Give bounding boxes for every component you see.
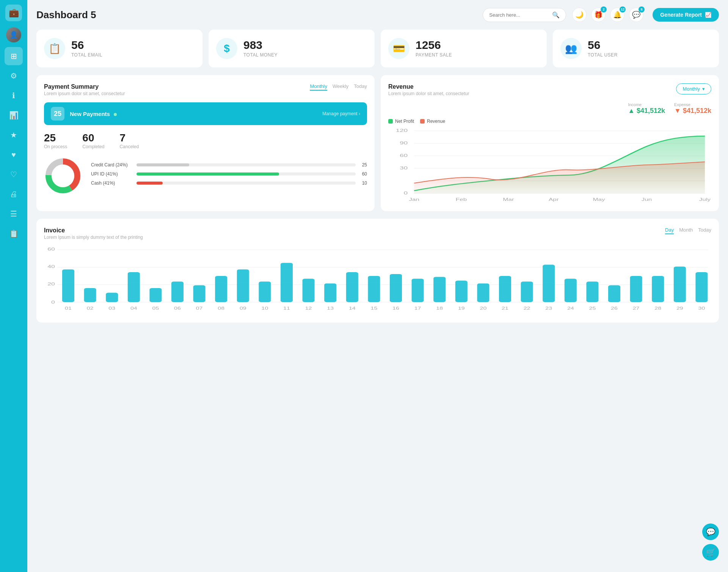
net-profit-label: Net Profit xyxy=(395,119,414,124)
chevron-down-icon: ▾ xyxy=(702,86,705,92)
user-icon: 👥 xyxy=(560,38,582,59)
svg-rect-41 xyxy=(193,285,206,302)
svg-text:15: 15 xyxy=(371,306,378,310)
svg-rect-83 xyxy=(652,276,664,302)
search-input[interactable] xyxy=(489,12,549,18)
sidebar-item-analytics[interactable]: 📊 xyxy=(5,106,23,124)
payment-tabs: Monthly Weekly Today xyxy=(310,83,367,91)
tab-day[interactable]: Day xyxy=(665,227,674,234)
svg-text:26: 26 xyxy=(611,306,618,310)
stat-on-process: 25 On process xyxy=(44,132,67,149)
sidebar-item-heart1[interactable]: ♥ xyxy=(5,146,23,164)
svg-text:16: 16 xyxy=(392,306,399,310)
status-dot xyxy=(114,113,117,116)
fab-chat-button[interactable]: 💬 xyxy=(702,523,719,540)
creditcard-count: 25 xyxy=(359,162,367,168)
chat-button[interactable]: 💬 5 xyxy=(629,8,643,22)
stat-card-payment: 💳 1256 PAYMENT SALE xyxy=(381,30,547,67)
svg-text:10: 10 xyxy=(262,306,268,310)
cash-count: 10 xyxy=(359,180,367,186)
svg-text:14: 14 xyxy=(349,306,356,310)
stat-completed: 60 Completed xyxy=(82,132,104,149)
sidebar-item-list[interactable]: ☰ xyxy=(5,205,23,223)
svg-text:17: 17 xyxy=(414,306,421,310)
svg-text:20: 20 xyxy=(480,306,487,310)
creditcard-fill xyxy=(136,163,189,166)
upi-count: 60 xyxy=(359,171,367,177)
cash-bar xyxy=(136,182,356,185)
search-icon: 🔍 xyxy=(552,11,560,19)
tab-today[interactable]: Today xyxy=(354,83,367,91)
svg-text:28: 28 xyxy=(654,306,661,310)
gift-button[interactable]: 🎁 2 xyxy=(591,8,606,22)
sidebar-item-print[interactable]: 🖨 xyxy=(5,185,23,203)
svg-rect-57 xyxy=(368,276,380,302)
expense-value: ▼ $41,512k xyxy=(674,107,711,115)
invoice-title: Invoice xyxy=(44,227,143,234)
stat-card-money: $ 983 TOTAL MONEY xyxy=(209,30,375,67)
svg-text:24: 24 xyxy=(567,306,574,310)
search-bar[interactable]: 🔍 xyxy=(483,8,566,22)
svg-text:12: 12 xyxy=(305,306,312,310)
sidebar-item-docs[interactable]: 📋 xyxy=(5,224,23,243)
svg-text:May: May xyxy=(593,197,605,202)
tab-today-invoice[interactable]: Today xyxy=(698,227,711,234)
svg-rect-43 xyxy=(215,276,227,302)
revenue-monthly-dropdown[interactable]: Monthly ▾ xyxy=(676,83,711,94)
payment-summary-subtitle: Lorem ipsum dolor sit amet, consectetur xyxy=(44,91,125,96)
svg-text:0: 0 xyxy=(404,191,408,195)
header: Dashboard 5 🔍 🌙 🎁 2 🔔 12 💬 5 Generate Re xyxy=(36,8,719,22)
svg-rect-69 xyxy=(499,276,511,302)
svg-rect-47 xyxy=(259,282,271,302)
income-block: Income ▲ $41,512k xyxy=(628,102,665,115)
svg-rect-39 xyxy=(171,282,184,302)
svg-rect-63 xyxy=(433,277,446,302)
user-avatar[interactable]: 👤 xyxy=(6,27,21,42)
sidebar-logo[interactable]: 💼 xyxy=(5,5,22,21)
moon-icon: 🌙 xyxy=(575,11,584,19)
svg-text:Feb: Feb xyxy=(456,197,467,202)
svg-text:23: 23 xyxy=(545,306,552,310)
on-process-number: 25 xyxy=(44,132,67,144)
svg-text:07: 07 xyxy=(196,306,203,310)
user-label: TOTAL USER xyxy=(588,52,618,58)
invoice-panel: Invoice Lorem Ipsum is simply dummy text… xyxy=(36,219,719,323)
logo-icon: 💼 xyxy=(9,8,19,18)
svg-text:40: 40 xyxy=(47,264,55,269)
sidebar-item-home[interactable]: ⊞ xyxy=(5,47,23,65)
sidebar-item-star[interactable]: ★ xyxy=(5,126,23,144)
tab-weekly[interactable]: Weekly xyxy=(333,83,348,91)
svg-text:Jun: Jun xyxy=(642,197,652,202)
sidebar-item-settings[interactable]: ⚙ xyxy=(5,67,23,85)
svg-rect-61 xyxy=(412,279,424,302)
revenue-subtitle: Lorem ipsum dolor sit amet, consectetur xyxy=(388,91,469,96)
revenue-dot xyxy=(420,119,425,124)
stat-cards: 📋 56 TOTAL EMAIL $ 983 TOTAL MONEY 💳 125… xyxy=(36,30,719,67)
money-icon: $ xyxy=(216,38,237,59)
fab-cart-button[interactable]: 🛒 xyxy=(702,544,719,561)
svg-rect-71 xyxy=(521,282,533,302)
svg-text:13: 13 xyxy=(327,306,334,310)
tab-monthly[interactable]: Monthly xyxy=(310,83,327,91)
upi-bar xyxy=(136,172,356,176)
svg-text:Mar: Mar xyxy=(503,197,514,202)
sidebar-item-info[interactable]: ℹ xyxy=(5,86,23,105)
svg-rect-31 xyxy=(84,288,96,302)
middle-panels: Payment Summary Lorem ipsum dolor sit am… xyxy=(36,75,719,211)
user-number: 56 xyxy=(588,39,618,51)
bell-button[interactable]: 🔔 12 xyxy=(610,8,624,22)
donut-chart xyxy=(44,157,82,195)
svg-rect-49 xyxy=(281,263,293,302)
svg-text:21: 21 xyxy=(502,306,508,310)
bell-icon: 🔔 xyxy=(613,11,621,19)
invoice-chart: 60 40 20 0 01020304050607080910111213141… xyxy=(44,246,711,314)
generate-report-button[interactable]: Generate Report 📈 xyxy=(653,8,719,22)
manage-payment-link[interactable]: Manage payment › xyxy=(322,111,360,116)
completed-label: Completed xyxy=(82,144,104,149)
dark-mode-toggle[interactable]: 🌙 xyxy=(572,8,587,22)
invoice-subtitle: Lorem Ipsum is simply dummy text of the … xyxy=(44,235,143,240)
expense-block: Expense ▼ $41,512k xyxy=(674,102,711,115)
tab-month[interactable]: Month xyxy=(679,227,693,234)
svg-text:22: 22 xyxy=(524,306,530,310)
sidebar-item-heart2[interactable]: ♡ xyxy=(5,165,23,183)
